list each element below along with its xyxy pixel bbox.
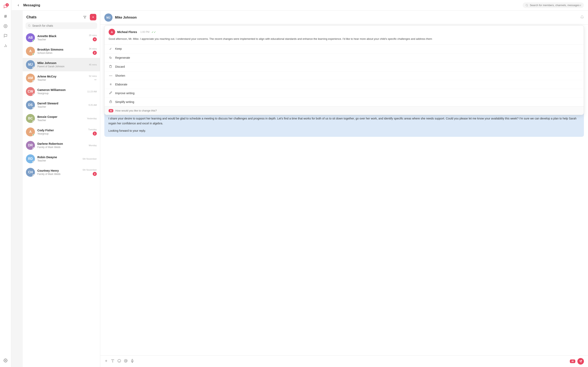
edit-icon: ✏ (94, 78, 97, 81)
chat-search-input[interactable] (32, 24, 95, 27)
new-chat-button[interactable] (90, 14, 96, 20)
chat-name: Darlene Robertson (37, 142, 86, 145)
chat-info: Courtney Henry Family of Mark Webb (37, 169, 80, 175)
notification-bell[interactable] (580, 15, 584, 20)
ai-custom-input[interactable] (115, 109, 580, 112)
ai-elaborate-button[interactable]: ≡ Elaborate (104, 80, 584, 89)
chat-item-brooklyn-simmons[interactable]: A Brooklyn Simmons School Admin 34 mins … (23, 44, 100, 58)
chat-info: Cameron Williamson Yeargroup (37, 88, 85, 95)
chat-name: Brooklyn Simmons (37, 48, 86, 51)
global-search[interactable] (523, 2, 584, 8)
sidebar-item-messaging[interactable]: 9 (1, 2, 9, 11)
chat-item-darlene-robertson[interactable]: DR Darlene Robertson Family of Mark Webb… (23, 139, 100, 152)
chat-item-arlene-mccoy[interactable]: AM Arlene McCoy Teacher 52 mins ✏ (23, 71, 100, 85)
chat-meta: 34 mins 2 (89, 48, 97, 55)
svg-point-5 (5, 25, 6, 27)
ai-shorten-button[interactable]: — Shorten (104, 71, 584, 80)
chat-time: Yesterday (87, 117, 97, 120)
chat-meta: 11:23 AM (87, 90, 96, 93)
elaborate-icon: ≡ (109, 83, 113, 86)
ai-discard-button[interactable]: Discard (104, 62, 584, 71)
trash-icon (109, 65, 113, 69)
message-time: 1:00 PM (140, 31, 149, 33)
status-indicator (33, 120, 35, 123)
avatar: CW (26, 87, 35, 96)
sidebar-title: Chats (26, 15, 36, 19)
chat-name: Mike Johnson (37, 61, 86, 65)
chat-search-box[interactable] (26, 22, 97, 29)
search-icon (526, 4, 528, 7)
chat-time: 9:25 AM (89, 104, 97, 106)
svg-line-3 (6, 15, 6, 18)
unread-badge: 4 (93, 37, 97, 42)
chat-item-darrell-steward[interactable]: DS Darrell Steward Teacher 9:25 AM (23, 98, 100, 112)
microphone-icon[interactable] (130, 359, 134, 364)
ai-compose-button[interactable]: AI (570, 359, 575, 363)
check-icon: ✓ (109, 47, 113, 51)
chat-item-courtney-henry[interactable]: CH Courtney Henry Family of Mark Webb 6t… (23, 166, 100, 179)
unread-badge: 1 (93, 132, 97, 136)
avatar: DR (26, 141, 35, 150)
plus-icon (92, 16, 95, 18)
main-area: Chats AB Annette Bl (23, 11, 588, 367)
chat-role: Yeargroup (37, 92, 85, 95)
mention-icon[interactable] (124, 359, 128, 364)
chat-time: Monday (89, 144, 97, 147)
chat-info: Darlene Robertson Family of Mark Webb (37, 142, 86, 149)
avatar: CH (26, 168, 35, 177)
chat-item-cameron-williamson[interactable]: CW Cameron Williamson Yeargroup 11:23 AM (23, 85, 100, 98)
chat-info: Annette Black Teacher (37, 34, 86, 41)
back-button[interactable] (16, 2, 21, 8)
sidebar-item-analytics[interactable] (1, 42, 9, 50)
sidebar-item-watch[interactable] (1, 22, 9, 30)
add-attachment-icon[interactable] (104, 359, 108, 364)
chat-role: Parent of Sarah Johnson (37, 65, 86, 68)
avatar: RD (26, 154, 35, 163)
svg-line-17 (30, 26, 30, 27)
emoji-icon[interactable] (117, 359, 121, 364)
sidebar-actions (82, 14, 96, 20)
chat-item-annette-black[interactable]: AB Annette Black Teacher 20 mins 4 (23, 31, 100, 44)
chat-item-bessie-cooper[interactable]: BC Bessie Cooper Teacher Yesterday (23, 112, 100, 125)
shorten-icon: — (109, 74, 113, 77)
status-indicator (33, 174, 35, 176)
chat-item-mike-johnson[interactable]: MJ Mike Johnson Parent of Sarah Johnson … (23, 58, 100, 71)
send-button[interactable] (577, 358, 584, 365)
status-indicator (33, 107, 35, 109)
chat-meta: 6th November 2 (83, 169, 97, 176)
svg-point-10 (5, 360, 6, 361)
chat-role: Teacher (37, 159, 80, 162)
lock-icon (109, 100, 113, 104)
avatar: AM (26, 74, 35, 83)
settings-icon[interactable] (1, 356, 9, 365)
chat-item-cody-fisher[interactable]: A Cody Fisher Yeargroup Tuesday 1 (23, 125, 100, 139)
avatar-initials: A (29, 130, 32, 134)
global-search-input[interactable] (530, 4, 581, 7)
status-indicator (33, 40, 35, 42)
chat-list: AB Annette Black Teacher 20 mins 4 A (23, 31, 100, 367)
contact-avatar: MJ (104, 13, 112, 22)
chat-search-icon (28, 24, 31, 27)
chat-info: Mike Johnson Parent of Sarah Johnson (37, 61, 86, 68)
filter-icon (83, 16, 86, 19)
sidebar-item-channels[interactable] (1, 12, 9, 20)
ai-keep-button[interactable]: ✓ Keep (104, 44, 584, 53)
filter-button[interactable] (82, 14, 88, 20)
message-preview: Good afternoon, Mr. Mike. I appreciate y… (109, 37, 580, 41)
text-format-icon[interactable] (111, 359, 114, 364)
keep-label: Keep (115, 47, 122, 50)
chat-info: Cody Fisher Yeargroup (37, 129, 86, 135)
sidebar-item-flags[interactable] (1, 32, 9, 40)
svg-line-12 (527, 6, 528, 6)
chat-role: Teacher (37, 78, 86, 81)
avatar: A (26, 127, 35, 136)
chat-time: Tuesday (88, 128, 97, 131)
ai-regenerate-button[interactable]: ↻ Regenerate (104, 53, 584, 62)
ai-improve-writing-button[interactable]: Improve writing (104, 89, 584, 98)
svg-marker-13 (84, 16, 86, 18)
message-header: A Micheal Flores 1:00 PM ✓✓ (109, 29, 580, 35)
status-indicator (33, 94, 35, 96)
chat-item-robin-dwayne[interactable]: RD Robin Dwayne Teacher 6th November (23, 152, 100, 166)
ai-custom-input-row: AI (104, 106, 584, 115)
ai-simplify-writing-button[interactable]: Simplify writing (104, 98, 584, 106)
